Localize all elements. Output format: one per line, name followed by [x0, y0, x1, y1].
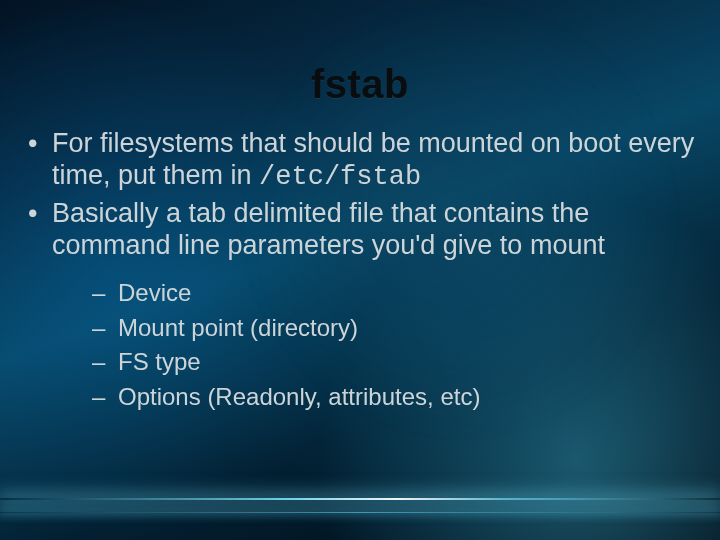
sub-bullet-text: Device [118, 279, 191, 306]
sub-bullet-item: FS type [52, 346, 696, 378]
sub-bullet-text: Options (Readonly, attributes, etc) [118, 383, 480, 410]
sub-bullet-text: FS type [118, 348, 201, 375]
decorative-streak [0, 512, 720, 513]
bullet-code: /etc/fstab [259, 162, 421, 192]
bullet-item: For filesystems that should be mounted o… [18, 128, 696, 194]
slide: fstab For filesystems that should be mou… [0, 0, 720, 540]
bullet-item: Basically a tab delimited file that cont… [18, 198, 696, 413]
slide-body: For filesystems that should be mounted o… [18, 128, 696, 417]
sub-bullet-item: Mount point (directory) [52, 312, 696, 344]
sub-bullet-list: Device Mount point (directory) FS type O… [52, 277, 696, 413]
bullet-text: Basically a tab delimited file that cont… [52, 198, 605, 260]
bullet-list: For filesystems that should be mounted o… [18, 128, 696, 413]
sub-bullet-item: Device [52, 277, 696, 309]
sub-bullet-text: Mount point (directory) [118, 314, 358, 341]
slide-title: fstab [0, 62, 720, 107]
sub-bullet-item: Options (Readonly, attributes, etc) [52, 381, 696, 413]
